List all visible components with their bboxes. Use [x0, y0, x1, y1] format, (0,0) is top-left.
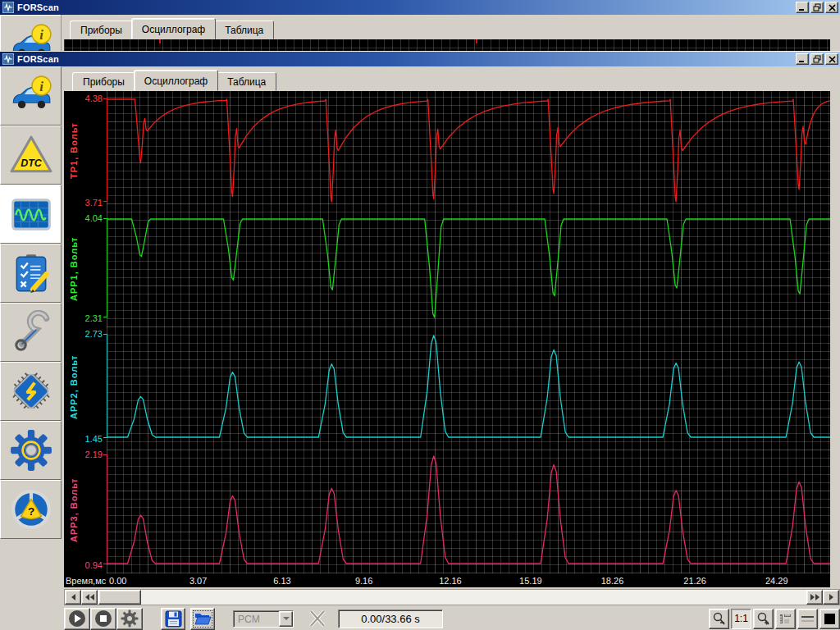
- sidebar-item-settings[interactable]: [0, 421, 62, 480]
- scroll-step-right-button[interactable]: [823, 590, 839, 605]
- channel-min-value: 0.94: [64, 560, 103, 570]
- sidebar-item-help[interactable]: ?: [0, 480, 62, 539]
- arrow-right-icon: [829, 594, 833, 600]
- info-glyph: i: [39, 27, 43, 43]
- floppy-save-icon: [165, 610, 182, 628]
- horizontal-scrollbar[interactable]: [64, 589, 840, 605]
- close-icon: [829, 56, 836, 63]
- scrollbar-thumb[interactable]: [98, 590, 141, 605]
- info-glyph: i: [39, 79, 43, 94]
- x-tick-label: 24.29: [765, 576, 788, 586]
- bottom-toolbar: PCM 0.00/33.66 s: [64, 607, 840, 630]
- play-button[interactable]: [64, 608, 90, 630]
- forscan-app-icon: [2, 53, 14, 65]
- restore-button[interactable]: [810, 53, 824, 65]
- cross-disabled-icon: [308, 609, 327, 628]
- minimize-icon: [798, 3, 806, 11]
- chevron-down-icon: [283, 617, 290, 620]
- rulers-button[interactable]: [775, 609, 796, 629]
- stop-button[interactable]: [90, 608, 116, 630]
- arrow-right-icon: [815, 594, 819, 600]
- sidebar-item-tests[interactable]: [0, 244, 62, 303]
- stop-icon: [94, 609, 112, 628]
- restore-icon: [813, 55, 821, 63]
- zoom-out-button[interactable]: [709, 609, 729, 629]
- back-minimize-button[interactable]: [796, 2, 809, 13]
- sidebar-item-oscilloscope[interactable]: [0, 185, 62, 244]
- back-window-title: FORScan: [17, 2, 796, 12]
- waveform-app3: [107, 447, 830, 573]
- channel-max-value: 4.38: [64, 94, 103, 103]
- back-window: FORScan i: [0, 0, 840, 51]
- save-button[interactable]: [161, 608, 185, 630]
- screen: FORScan i: [0, 0, 840, 630]
- x-tick-label: 3.07: [189, 576, 207, 586]
- scroll-page-left-button[interactable]: [81, 590, 98, 605]
- back-tab-pribory[interactable]: Приборы: [70, 21, 133, 39]
- record-settings-button[interactable]: [116, 608, 143, 630]
- forscan-app-icon: [2, 2, 14, 13]
- back-tab-tablica[interactable]: Таблица: [214, 21, 274, 39]
- sidebar-item-dtc[interactable]: DTC: [0, 126, 62, 185]
- gear-icon: [9, 428, 53, 472]
- x-tick-label: 21.26: [683, 576, 706, 586]
- channel-app1: APP1, Вольт 4.04 2.31: [64, 211, 830, 326]
- dtc-glyph: DTC: [21, 158, 43, 169]
- back-window-content: Приборы Осциллограф Таблица: [62, 15, 840, 51]
- channel-min-value: 1.45: [64, 434, 103, 444]
- scrollbar-track[interactable]: [141, 590, 806, 605]
- line-style-button[interactable]: [797, 609, 818, 629]
- combo-dropdown-button[interactable]: [279, 611, 293, 627]
- back-tab-oscillograf[interactable]: Осциллограф: [131, 18, 216, 39]
- background-color-button[interactable]: [819, 609, 840, 629]
- waveform-tp1: [107, 91, 830, 211]
- zoom-in-button[interactable]: [753, 609, 774, 629]
- channel-max-value: 2.73: [64, 329, 103, 339]
- restore-icon: [813, 3, 821, 11]
- load-button[interactable]: [190, 608, 215, 630]
- close-button[interactable]: [825, 53, 838, 65]
- channel-max-value: 4.04: [64, 213, 103, 223]
- close-icon: [829, 4, 836, 11]
- help-glyph: ?: [27, 505, 34, 518]
- arrow-right-icon: [810, 594, 815, 600]
- channel-label: APP1, Вольт: [67, 211, 80, 326]
- chip-icon: [9, 369, 53, 413]
- tab-pribory[interactable]: Приборы: [72, 72, 135, 91]
- oscilloscope-icon: [9, 192, 53, 236]
- trace-fragment: [159, 39, 161, 43]
- sidebar: i DTC: [0, 66, 62, 630]
- minimize-button[interactable]: [796, 53, 809, 65]
- scroll-page-right-button[interactable]: [806, 590, 823, 605]
- time-counter: 0.00/33.66 s: [338, 609, 443, 628]
- tab-bar: Приборы Осциллограф Таблица: [72, 70, 840, 91]
- arrow-left-icon: [85, 594, 89, 600]
- scale-1-1-button[interactable]: 1:1: [731, 609, 751, 629]
- module-select[interactable]: PCM: [233, 610, 294, 628]
- back-titlebar[interactable]: FORScan: [0, 0, 840, 15]
- sidebar-item-vehicle-info[interactable]: i: [0, 66, 62, 126]
- front-window: FORScan i: [0, 51, 840, 630]
- magnifier-plus-icon: [756, 612, 770, 626]
- channel-label: APP3, Вольт: [67, 447, 80, 573]
- x-tick-label: 18.26: [601, 576, 624, 586]
- scroll-step-left-button[interactable]: [65, 590, 81, 605]
- x-axis-label: Время,мс: [66, 576, 106, 586]
- titlebar[interactable]: FORScan: [0, 52, 840, 66]
- dtc-triangle-icon: DTC: [9, 133, 53, 177]
- x-axis: Время,мс 0.003.076.139.1612.1615.1918.26…: [64, 573, 830, 587]
- back-close-button[interactable]: [825, 2, 838, 13]
- tab-oscillograf[interactable]: Осциллограф: [134, 70, 218, 91]
- arrow-left-icon: [90, 594, 94, 600]
- back-restore-button[interactable]: [810, 2, 824, 13]
- clear-button[interactable]: [307, 608, 328, 629]
- sidebar-item-service[interactable]: [0, 303, 62, 362]
- play-icon: [68, 609, 86, 628]
- x-tick-label: 6.13: [273, 576, 290, 586]
- checklist-pencil-icon: [9, 251, 53, 295]
- channel-label: TP1, Вольт: [67, 91, 80, 211]
- sidebar-item-programming[interactable]: [0, 362, 62, 421]
- tab-tablica[interactable]: Таблица: [217, 72, 276, 91]
- back-sidebar-item-vehicle-info[interactable]: i: [0, 15, 62, 51]
- channel-min-value: 3.71: [64, 198, 103, 208]
